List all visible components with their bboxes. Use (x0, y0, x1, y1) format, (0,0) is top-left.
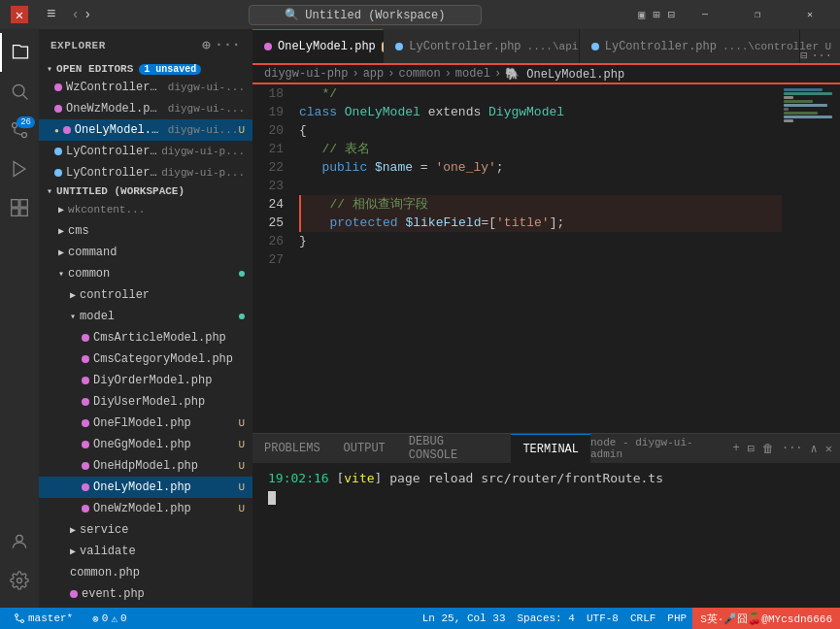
forward-arrow[interactable]: › (84, 7, 91, 22)
folder-cms[interactable]: ▶ cms (39, 220, 252, 242)
file-path: diygw-ui... (168, 124, 239, 136)
breadcrumb-root[interactable]: diygw-ui-php (264, 67, 348, 81)
workspace-header[interactable]: ▾ UNTITLED (WORKSPACE) (39, 183, 252, 199)
layout-icon-1[interactable]: ▣ (638, 8, 645, 22)
status-bar: master* ⊗ 0 ⚠ 0 Ln 25, Col 33 Spaces: 4 … (0, 608, 840, 629)
file-event[interactable]: event.php (39, 583, 252, 605)
code-line-25: protected $likeField=['title']; (299, 214, 782, 232)
tab-debug-console[interactable]: DEBUG CONSOLE (397, 434, 512, 463)
terminal-split-icon[interactable]: ⊟ (748, 442, 755, 456)
file-name: event.php (82, 587, 245, 601)
file-dot (82, 462, 89, 470)
activity-settings[interactable] (0, 561, 39, 600)
activity-account[interactable] (0, 522, 39, 561)
file-onewz[interactable]: OneWzModel.php U (39, 498, 252, 519)
terminal-line-2 (268, 488, 824, 508)
open-file-lycontroller2[interactable]: LyController.php diygw-ui-p... (39, 162, 252, 183)
status-ln-col[interactable]: Ln 25, Col 33 (417, 608, 512, 629)
panel-maximize-icon[interactable]: ∧ (811, 442, 818, 456)
breadcrumb-app[interactable]: app (363, 67, 385, 81)
minimap-line (784, 108, 789, 111)
activity-extensions[interactable] (0, 188, 39, 227)
file-onehdp[interactable]: OneHdpModel.php U (39, 455, 252, 477)
tab-output[interactable]: OUTPUT (332, 434, 397, 463)
file-onely[interactable]: OneLyModel.php U (39, 477, 252, 498)
more-icon[interactable]: ··· (215, 37, 241, 53)
activity-source-control[interactable]: 26 (0, 111, 39, 149)
open-file-onewzmodel[interactable]: OneWzModel.php diygw-ui-... (39, 98, 252, 119)
activity-run[interactable] (0, 149, 39, 188)
layout-icon-3[interactable]: ⊟ (668, 8, 675, 22)
file-name: OneWzModel.php (93, 502, 238, 515)
new-file-icon[interactable]: ⊕ (202, 37, 211, 53)
code-content[interactable]: */ class OneLyModel extends DiygwModel {… (291, 84, 782, 433)
file-path: diygw-ui-... (168, 103, 245, 115)
breadcrumb-file[interactable]: 🐘 OneLyModel.php (505, 67, 624, 82)
back-arrow[interactable]: ‹ (72, 7, 80, 22)
terminal-trash-icon[interactable]: 🗑 (762, 442, 774, 456)
minimize-button[interactable]: ─ (683, 0, 727, 29)
breadcrumb-sep: › (387, 67, 394, 81)
folder-controller[interactable]: ▶ controller (39, 284, 252, 306)
tab-problems[interactable]: PROBLEMS (252, 434, 332, 463)
open-file-wzcontroller[interactable]: WzController.php diygw-ui-... (39, 77, 252, 98)
terminal-content[interactable]: 19:02:16 [vite] page reload src/router/f… (252, 463, 840, 608)
file-cmscategory[interactable]: CmsCategoryModel.php (39, 348, 252, 370)
layout-icon-2[interactable]: ⊞ (654, 8, 660, 22)
open-file-lycontroller1[interactable]: LyController.php diygw-ui-p... (39, 141, 252, 162)
title-search-area: 🔍Untitled (Workspace) (99, 5, 630, 25)
file-name: DiyUserModel.php (93, 395, 245, 409)
status-csdn[interactable]: S英·🎤囧🍒@MYcsdn6666 (692, 608, 840, 629)
status-encoding[interactable]: UTF-8 (581, 608, 624, 629)
line-num: 19 (252, 103, 284, 121)
folder-name: cms (68, 224, 89, 238)
folder-command[interactable]: ▶ command (39, 242, 252, 263)
activity-search[interactable] (0, 72, 39, 111)
code-line-19: class OneLyModel extends DiygwModel (299, 103, 782, 121)
folder-wkcontent[interactable]: ▶ wkcontent... (39, 199, 252, 220)
tab-terminal[interactable]: TERMINAL (511, 434, 590, 463)
status-language[interactable]: PHP (661, 608, 692, 629)
activity-explorer[interactable] (0, 33, 39, 72)
more-actions-icon[interactable]: ··· (811, 50, 832, 63)
folder-model[interactable]: ▾ model (39, 306, 252, 327)
status-spaces[interactable]: Spaces: 4 (512, 608, 581, 629)
main-layout: 26 (0, 29, 840, 608)
breadcrumb-sep: › (352, 67, 358, 81)
breadcrumb-sep: › (445, 67, 452, 81)
search-box[interactable]: 🔍Untitled (Workspace) (249, 5, 482, 25)
panel-close-icon[interactable]: ✕ (825, 442, 832, 456)
open-editors-header[interactable]: ▾ OPEN EDITORS 1 unsaved (39, 61, 252, 77)
file-diyorder[interactable]: DiyOrderModel.php (39, 370, 252, 391)
terminal-add-icon[interactable]: + (733, 442, 740, 455)
tab-onelymodel[interactable]: OneLyModel.php U (252, 29, 384, 63)
spaces-text: Spaces: 4 (518, 612, 575, 624)
status-branch[interactable]: master* (8, 608, 79, 629)
breadcrumb-model[interactable]: model (455, 67, 490, 81)
file-diyuser[interactable]: DiyUserModel.php (39, 391, 252, 413)
tab-lycontroller-controller[interactable]: LyController.php ....\controller U (580, 29, 800, 63)
svg-point-15 (21, 620, 24, 623)
sidebar-workspace: ▾ UNTITLED (WORKSPACE) ▶ wkcontent... ▶ … (39, 183, 252, 608)
file-onegg[interactable]: OneGgModel.php U (39, 434, 252, 455)
open-file-onelymodel[interactable]: ● OneLyModel.php diygw-ui... U (39, 119, 252, 141)
file-cmsarticle[interactable]: CmsArticleModel.php (39, 327, 252, 348)
breadcrumb-common[interactable]: common (398, 67, 440, 81)
file-onefl[interactable]: OneFlModel.php U (39, 413, 252, 434)
folder-validate[interactable]: ▶ validate (39, 541, 252, 562)
close-button[interactable]: ✕ (788, 0, 832, 29)
tab-lycontroller-api[interactable]: LyController.php ....\api U ✕ (384, 29, 579, 63)
status-errors[interactable]: ⊗ 0 ⚠ 0 (86, 608, 132, 629)
split-editor-icon[interactable]: ⊟ (800, 49, 807, 63)
terminal-more-icon[interactable]: ··· (782, 442, 803, 455)
restore-button[interactable]: ❐ (735, 0, 780, 29)
file-common-php[interactable]: common.php (39, 562, 252, 583)
vscode-logo: ✕ (11, 6, 28, 23)
status-line-ending[interactable]: CRLF (624, 608, 661, 629)
folder-common[interactable]: ▾ common (39, 263, 252, 284)
menu-icon[interactable]: ≡ (39, 6, 64, 23)
folder-arrow: ▶ (70, 289, 76, 301)
terminal-time: 19:02:16 (268, 471, 329, 485)
svg-line-1 (23, 95, 28, 100)
folder-service[interactable]: ▶ service (39, 519, 252, 541)
